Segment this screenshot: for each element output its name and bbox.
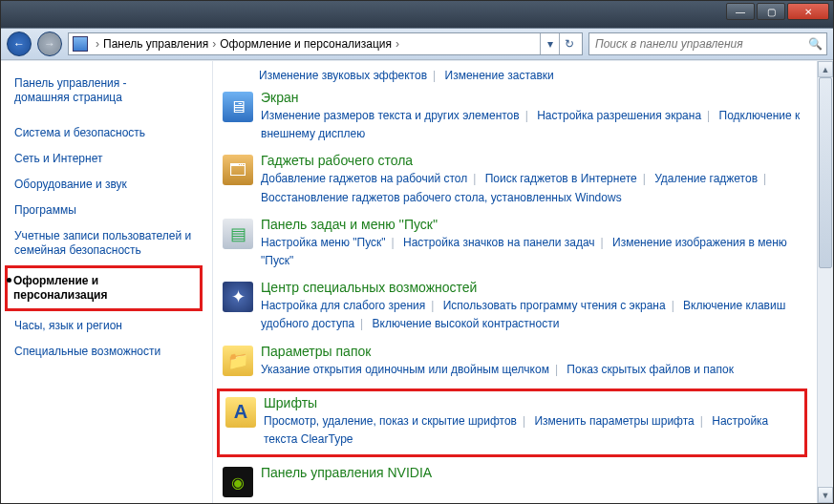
control-panel-window: — ▢ ✕ ← → › Панель управления › Оформлен…: [0, 0, 834, 504]
sidebar: Панель управления - домашняя страница Си…: [1, 61, 213, 503]
link-find-gadget[interactable]: Поиск гаджетов в Интернете: [485, 172, 637, 185]
link-resolution[interactable]: Настройка разрешения экрана: [537, 109, 701, 122]
category-gadgets: 🗔 Гаджеты рабочего стола Добавление гадж…: [223, 153, 807, 206]
maximize-button[interactable]: ▢: [757, 3, 785, 20]
address-bar: ← → › Панель управления › Оформление и п…: [1, 28, 833, 60]
search-box[interactable]: 🔍: [588, 32, 827, 55]
breadcrumb-seg-appearance[interactable]: Оформление и персонализация: [220, 37, 392, 51]
link-high-contrast[interactable]: Включение высокой контрастности: [373, 317, 560, 330]
link-text-size[interactable]: Изменение размеров текста и других элеме…: [261, 109, 520, 122]
breadcrumb[interactable]: › Панель управления › Оформление и персо…: [68, 32, 583, 55]
content-area: Панель управления - домашняя страница Си…: [1, 60, 833, 503]
sidebar-item-system[interactable]: Система и безопасность: [12, 122, 206, 144]
control-panel-icon: [73, 36, 88, 52]
category-title-ease[interactable]: Центр специальных возможностей: [261, 280, 807, 295]
gadgets-icon: 🗔: [223, 155, 253, 185]
search-input[interactable]: [593, 36, 808, 52]
category-title-fonts[interactable]: Шрифты: [264, 395, 799, 410]
category-folders: 📁 Параметры папок Указание открытия один…: [223, 344, 807, 379]
minimize-button[interactable]: —: [726, 3, 755, 20]
sidebar-item-ease[interactable]: Специальные возможности: [12, 341, 206, 363]
link-remove-gadget[interactable]: Удаление гаджетов: [654, 172, 758, 185]
category-title-taskbar[interactable]: Панель задач и меню ''Пуск'': [261, 217, 807, 232]
chevron-right-icon[interactable]: ›: [396, 37, 399, 51]
category-display: 🖥 Экран Изменение размеров текста и друг…: [223, 90, 807, 143]
link-add-gadget[interactable]: Добавление гаджетов на рабочий стол: [261, 172, 467, 185]
sidebar-item-appearance[interactable]: Оформление и персонализация: [5, 265, 203, 311]
scroll-thumb[interactable]: [819, 77, 832, 268]
fonts-icon: [225, 397, 256, 428]
link-restore-gadget[interactable]: Восстановление гаджетов рабочего стола, …: [261, 191, 622, 204]
sidebar-home-l2: домашняя страница: [14, 91, 122, 104]
sidebar-item-clock[interactable]: Часы, язык и регион: [12, 315, 206, 337]
breadcrumb-seg-control-panel[interactable]: Панель управления: [103, 37, 208, 51]
ease-icon: ✦: [223, 282, 253, 312]
sidebar-item-network[interactable]: Сеть и Интернет: [12, 148, 206, 170]
sidebar-item-users[interactable]: Учетные записи пользователей и семейная …: [12, 225, 206, 262]
link-click-mode[interactable]: Указание открытия одиночным или двойным …: [261, 363, 549, 376]
category-title-folders[interactable]: Параметры папок: [261, 344, 807, 359]
scroll-track[interactable]: [818, 77, 833, 487]
link-font-params[interactable]: Изменить параметры шрифта: [534, 414, 694, 428]
search-icon[interactable]: 🔍: [808, 37, 823, 51]
link-sounds[interactable]: Изменение звуковых эффектов: [259, 69, 427, 82]
breadcrumb-dropdown-icon[interactable]: ▾: [540, 33, 559, 54]
close-button[interactable]: ✕: [787, 3, 829, 20]
scroll-down-icon[interactable]: ▼: [818, 487, 833, 503]
titlebar: — ▢ ✕: [1, 1, 833, 28]
link-taskbar-icons[interactable]: Настройка значков на панели задач: [403, 236, 595, 249]
taskbar-icon: ▤: [223, 219, 253, 249]
vertical-scrollbar[interactable]: ▲ ▼: [817, 61, 833, 503]
display-icon: 🖥: [223, 92, 253, 122]
sidebar-home-l1: Панель управления -: [14, 76, 127, 90]
refresh-icon[interactable]: ↻: [559, 33, 578, 54]
fonts-highlight: Шрифты Просмотр, удаление, показ и скрыт…: [217, 388, 807, 457]
back-button[interactable]: ←: [7, 32, 32, 56]
link-hidden-files[interactable]: Показ скрытых файлов и папок: [567, 363, 734, 376]
main-pane: Изменение звуковых эффектов| Изменение з…: [213, 61, 817, 503]
category-ease: ✦ Центр специальных возможностей Настрой…: [223, 280, 807, 333]
folder-icon: 📁: [223, 346, 253, 376]
category-title-gadgets[interactable]: Гаджеты рабочего стола: [261, 153, 807, 168]
chevron-right-icon[interactable]: ›: [212, 37, 216, 51]
link-screensaver[interactable]: Изменение заставки: [445, 69, 554, 82]
link-startmenu[interactable]: Настройка меню "Пуск": [261, 236, 386, 249]
top-sublinks: Изменение звуковых эффектов| Изменение з…: [259, 69, 807, 82]
current-marker-icon: [7, 278, 11, 283]
nvidia-icon: [223, 467, 253, 497]
sidebar-item-programs[interactable]: Программы: [12, 200, 206, 221]
link-screen-reader[interactable]: Использовать программу чтения с экрана: [443, 299, 666, 312]
link-view-fonts[interactable]: Просмотр, удаление, показ и скрытие шриф…: [264, 414, 517, 428]
sidebar-item-hardware[interactable]: Оборудование и звук: [12, 174, 206, 196]
category-taskbar: ▤ Панель задач и меню ''Пуск'' Настройка…: [223, 217, 807, 270]
link-low-vision[interactable]: Настройка для слабого зрения: [261, 299, 425, 312]
sidebar-home[interactable]: Панель управления - домашняя страница: [12, 73, 206, 109]
category-title-display[interactable]: Экран: [261, 90, 807, 105]
sidebar-item-label: Оформление и персонализация: [13, 274, 107, 302]
scroll-up-icon[interactable]: ▲: [818, 61, 833, 77]
category-fonts: Шрифты Просмотр, удаление, показ и скрыт…: [225, 395, 799, 449]
chevron-right-icon[interactable]: ›: [96, 37, 99, 51]
category-title-nvidia[interactable]: Панель управления NVIDIA: [261, 465, 807, 480]
forward-button[interactable]: →: [37, 32, 62, 56]
category-nvidia: Панель управления NVIDIA: [223, 465, 807, 497]
